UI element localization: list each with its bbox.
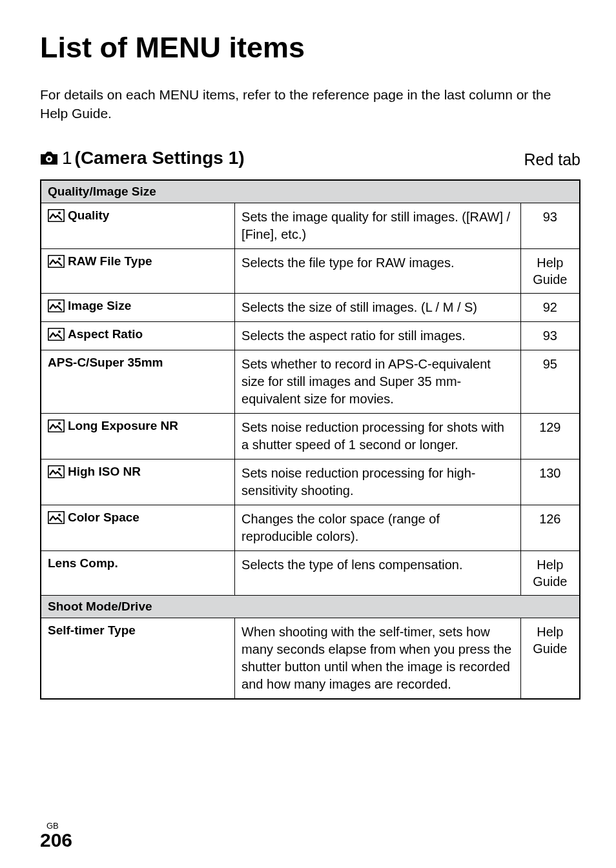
setting-label: Self-timer Type <box>48 623 136 638</box>
setting-page-ref: Help Guide <box>520 248 580 293</box>
svg-point-7 <box>58 302 61 305</box>
table-row: Image SizeSelects the size of still imag… <box>41 293 580 321</box>
setting-label: Long Exposure NR <box>68 419 178 433</box>
page-title: List of MENU items <box>40 31 580 65</box>
svg-point-11 <box>58 422 61 425</box>
table-row: Long Exposure NRSets noise reduction pro… <box>41 413 580 459</box>
group-header: Quality/Image Size <box>41 180 580 203</box>
group-header: Shoot Mode/Drive <box>41 595 580 618</box>
setting-label-cell: Color Space <box>41 505 235 550</box>
photo-icon <box>48 465 65 478</box>
setting-page-ref: 92 <box>520 293 580 321</box>
photo-icon <box>48 209 65 222</box>
setting-description: Changes the color space (range of reprod… <box>235 505 521 550</box>
section-title: (Camera Settings 1) <box>75 148 245 168</box>
svg-point-9 <box>58 330 61 333</box>
setting-label: Image Size <box>68 299 131 313</box>
svg-point-5 <box>58 257 61 260</box>
table-row: Self-timer TypeWhen shooting with the se… <box>41 618 580 699</box>
group-header-label: Quality/Image Size <box>41 180 580 203</box>
photo-icon <box>48 299 65 312</box>
settings-table: Quality/Image Size QualitySets the image… <box>40 179 580 700</box>
page-footer: GB 206 <box>40 821 72 850</box>
camera-icon <box>40 151 58 165</box>
setting-description: Sets the image quality for still images.… <box>235 203 521 248</box>
setting-label: Aspect Ratio <box>68 327 143 341</box>
setting-description: When shooting with the self-timer, sets … <box>235 618 521 699</box>
setting-label: APS-C/Super 35mm <box>48 356 163 370</box>
setting-page-ref: 93 <box>520 321 580 350</box>
tab-label: Red tab <box>524 150 580 169</box>
setting-page-ref: Help Guide <box>520 550 580 595</box>
svg-point-15 <box>58 514 61 516</box>
setting-page-ref: 93 <box>520 203 580 248</box>
setting-page-ref: 126 <box>520 505 580 550</box>
photo-icon <box>48 255 65 268</box>
setting-description: Sets whether to record in APS-C-equivale… <box>235 350 521 413</box>
section-header: 1 (Camera Settings 1) Red tab <box>40 148 580 169</box>
table-row: Color SpaceChanges the color space (rang… <box>41 505 580 550</box>
table-row: RAW File TypeSelects the file type for R… <box>41 248 580 293</box>
setting-label-cell: Long Exposure NR <box>41 413 235 459</box>
setting-page-ref: 129 <box>520 413 580 459</box>
setting-label-cell: Aspect Ratio <box>41 321 235 350</box>
setting-page-ref: Help Guide <box>520 618 580 699</box>
setting-description: Sets noise reduction processing for high… <box>235 459 521 505</box>
intro-text: For details on each MENU items, refer to… <box>40 85 580 123</box>
svg-point-1 <box>48 157 50 160</box>
setting-description: Selects the size of still images. (L / M… <box>235 293 521 321</box>
footer-page-number: 206 <box>40 831 72 850</box>
camera-number: 1 <box>62 148 72 168</box>
setting-label-cell: Image Size <box>41 293 235 321</box>
table-row: Aspect RatioSelects the aspect ratio for… <box>41 321 580 350</box>
photo-icon <box>48 511 65 524</box>
setting-label: Quality <box>68 208 109 223</box>
setting-label: Lens Comp. <box>48 556 118 570</box>
svg-point-13 <box>58 468 61 470</box>
setting-label-cell: Quality <box>41 203 235 248</box>
svg-point-3 <box>58 212 61 214</box>
setting-label-cell: Lens Comp. <box>41 550 235 595</box>
group-header-label: Shoot Mode/Drive <box>41 595 580 618</box>
table-row: Lens Comp.Selects the type of lens compe… <box>41 550 580 595</box>
setting-label: High ISO NR <box>68 465 141 479</box>
photo-icon <box>48 419 65 432</box>
table-row: QualitySets the image quality for still … <box>41 203 580 248</box>
setting-label-cell: High ISO NR <box>41 459 235 505</box>
setting-label-cell: Self-timer Type <box>41 618 235 699</box>
setting-description: Selects the type of lens compensation. <box>235 550 521 595</box>
photo-icon <box>48 328 65 341</box>
setting-description: Selects the aspect ratio for still image… <box>235 321 521 350</box>
setting-label-cell: RAW File Type <box>41 248 235 293</box>
setting-page-ref: 95 <box>520 350 580 413</box>
table-row: APS-C/Super 35mmSets whether to record i… <box>41 350 580 413</box>
setting-label-cell: APS-C/Super 35mm <box>41 350 235 413</box>
setting-label: RAW File Type <box>68 254 152 268</box>
setting-page-ref: 130 <box>520 459 580 505</box>
table-row: High ISO NRSets noise reduction processi… <box>41 459 580 505</box>
setting-label: Color Space <box>68 510 139 525</box>
setting-description: Selects the file type for RAW images. <box>235 248 521 293</box>
setting-description: Sets noise reduction processing for shot… <box>235 413 521 459</box>
